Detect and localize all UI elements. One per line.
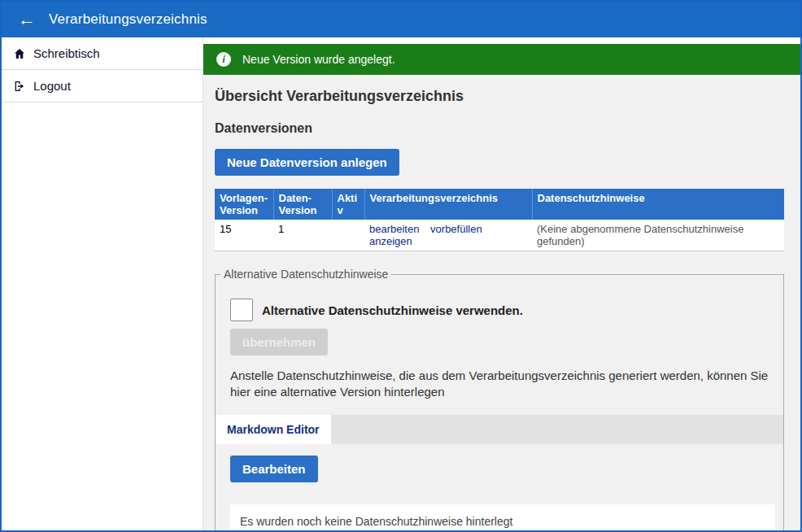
cell-aktiv: [332, 220, 364, 251]
cell-actions: bearbeiten vorbefüllen anzeigen: [364, 220, 532, 251]
home-icon: [13, 47, 26, 60]
app-header: ← Verarbeitungsverzeichnis: [2, 2, 800, 37]
vorbefuellen-link[interactable]: vorbefüllen: [430, 223, 482, 235]
logout-icon: [13, 80, 26, 93]
tab-bar: Markdown Editor: [216, 415, 783, 444]
checkbox-label: Alternative Datenschutzhinweise verwende…: [262, 303, 523, 317]
app-title: Verarbeitungsverzeichnis: [49, 11, 207, 28]
alert-text: Neue Version wurde angelegt.: [242, 53, 395, 66]
new-dataversion-button[interactable]: Neue Datenversion anlegen: [215, 149, 399, 176]
description-text: Anstelle Datenschutzhinweise, die aus de…: [230, 368, 769, 401]
app-window: ← Verarbeitungsverzeichnis Schreibtisch …: [0, 0, 802, 532]
fieldset-legend: Alternative Datenschutzhinweise: [220, 268, 391, 281]
header-verarbeitungsverzeichnis: Verarbeitungsverzeichnis: [364, 189, 532, 220]
header-daten-version: Daten-Version: [273, 189, 332, 220]
header-aktiv: Aktiv: [332, 189, 364, 220]
alternative-hints-fieldset: Alternative Datenschutzhinweise Alternat…: [215, 268, 784, 530]
main-content: i Neue Version wurde angelegt. Übersicht…: [203, 37, 800, 530]
tab-markdown-editor[interactable]: Markdown Editor: [216, 415, 331, 444]
editor-area: Bearbeiten Es wurden noch keine Datensch…: [216, 444, 783, 531]
section-title: Datenversionen: [215, 121, 784, 136]
table-row: 15 1 bearbeiten vorbefüllen anzeigen (Ke…: [215, 220, 784, 251]
success-alert: i Neue Version wurde angelegt.: [203, 44, 800, 75]
cell-daten-version: 1: [273, 220, 332, 251]
empty-hints-text: Es wurden noch keine Datenschutzhinweise…: [230, 504, 775, 531]
apply-button[interactable]: übernehmen: [230, 329, 328, 355]
table-header-row: Vorlagen-Version Daten-Version Aktiv Ver…: [215, 189, 784, 220]
cell-note: (Keine abgenommene Datenschutzhinweise g…: [532, 220, 784, 251]
sidebar-item-label: Schreibtisch: [33, 46, 100, 60]
back-arrow-icon[interactable]: ←: [18, 11, 36, 28]
sidebar-item-logout[interactable]: Logout: [2, 70, 203, 102]
sidebar-item-label: Logout: [33, 79, 71, 93]
info-icon: i: [216, 52, 231, 67]
sidebar: Schreibtisch Logout: [2, 37, 203, 530]
header-vorlagen-version: Vorlagen-Version: [215, 189, 273, 220]
page-title: Übersicht Verarbeitungsverzeichnis: [215, 88, 784, 105]
page-body: Übersicht Verarbeitungsverzeichnis Daten…: [203, 75, 800, 530]
versions-table: Vorlagen-Version Daten-Version Aktiv Ver…: [215, 189, 784, 251]
checkbox-row: Alternative Datenschutzhinweise verwende…: [230, 299, 769, 321]
anzeigen-link[interactable]: anzeigen: [369, 235, 412, 247]
edit-button[interactable]: Bearbeiten: [230, 456, 318, 482]
alternative-hints-checkbox[interactable]: [230, 299, 253, 321]
bearbeiten-link[interactable]: bearbeiten: [369, 223, 419, 235]
cell-vorlagen-version: 15: [215, 220, 273, 251]
header-datenschutzhinweise: Datenschutzhinweise: [532, 189, 784, 220]
sidebar-item-schreibtisch[interactable]: Schreibtisch: [2, 37, 203, 70]
